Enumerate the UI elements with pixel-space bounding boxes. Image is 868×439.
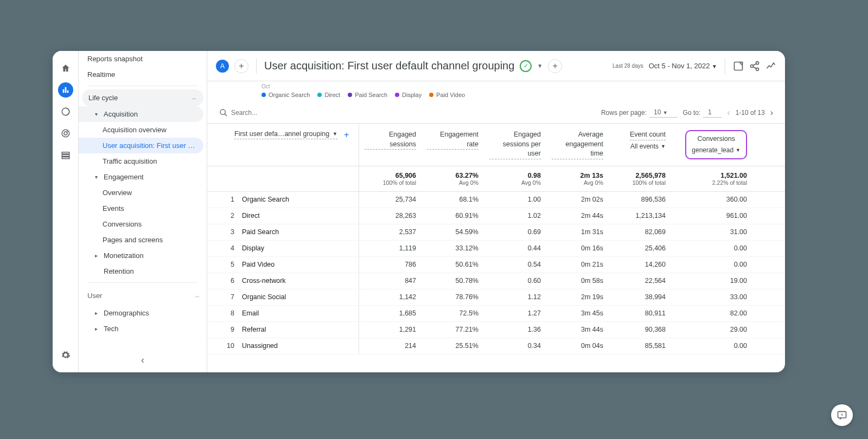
- legend-dot-icon: [395, 93, 399, 97]
- legend-item[interactable]: Organic Search: [261, 92, 310, 98]
- cell: 961.00: [671, 208, 752, 224]
- reports-icon[interactable]: [58, 82, 73, 98]
- legend-item[interactable]: Paid Video: [429, 92, 465, 98]
- event-count-filter[interactable]: All events ▼: [630, 143, 666, 150]
- sidebar-item-events[interactable]: Events: [79, 201, 207, 216]
- col-engaged-sessions[interactable]: Engaged sessions: [359, 124, 422, 166]
- sidebar-item-acquisition-overview[interactable]: Acquisition overview: [79, 122, 207, 138]
- configure-icon[interactable]: [58, 147, 73, 163]
- table-row[interactable]: 7Organic Social 1,142 78.76% 1.12 2m 19s…: [207, 289, 785, 306]
- divider: [87, 282, 198, 283]
- legend-label: Paid Video: [436, 92, 465, 98]
- insights-icon[interactable]: [765, 61, 776, 72]
- dimension-picker[interactable]: First user defa…annel grouping▼: [234, 130, 337, 139]
- legend-label: Paid Search: [355, 92, 387, 98]
- row-index: 1: [224, 196, 234, 203]
- table-row[interactable]: 1Organic Search 25,734 68.1% 1.00 2m 02s…: [207, 192, 785, 208]
- check-badge-icon[interactable]: ✓: [520, 60, 532, 72]
- sidebar-item-retention[interactable]: Retention: [79, 263, 207, 279]
- conversions-filter[interactable]: generate_lead ▼: [692, 146, 741, 154]
- col-avg-engagement-time[interactable]: Average engagement time: [546, 124, 609, 166]
- goto-page[interactable]: Go to: 1: [683, 108, 722, 118]
- sidebar-item-demographics[interactable]: ▸Demographics: [79, 305, 207, 321]
- cell: 3m 45s: [546, 306, 609, 321]
- legend-item[interactable]: Display: [395, 92, 422, 98]
- rows-per-page[interactable]: Rows per page: 10 ▼: [601, 108, 678, 118]
- add-dimension-button[interactable]: +: [344, 130, 349, 140]
- feedback-button[interactable]: [831, 404, 853, 426]
- sidebar-item-tech[interactable]: ▸Tech: [79, 321, 207, 337]
- table-row[interactable]: 9Referral 1,291 77.21% 1.36 3m 44s 90,36…: [207, 322, 785, 338]
- col-engagement-rate[interactable]: Engagement rate: [422, 124, 484, 166]
- col-event-count[interactable]: Event countAll events ▼: [609, 124, 671, 166]
- rows-per-page-label: Rows per page:: [601, 109, 647, 117]
- search-input[interactable]: [231, 109, 329, 117]
- retention-label: Retention: [104, 267, 134, 275]
- row-name: Display: [242, 244, 264, 252]
- sidebar-section-user[interactable]: User︿: [79, 286, 207, 305]
- legend-dot-icon: [317, 93, 322, 97]
- sidebar-item-acquisition[interactable]: ▾Acquisition: [79, 106, 203, 122]
- table-row[interactable]: 4Display 1,119 33.12% 0.44 0m 16s 25,406…: [207, 241, 785, 257]
- collapse-sidebar-icon[interactable]: ‹: [141, 354, 144, 366]
- chart-legend: Oct Organic SearchDirectPaid SearchDispl…: [207, 81, 785, 102]
- advertising-icon[interactable]: [58, 126, 73, 141]
- cell: 1.00: [484, 192, 546, 208]
- svg-point-10: [220, 109, 225, 114]
- cell: 72.5%: [422, 306, 484, 321]
- cell: 2m 19s: [546, 289, 609, 305]
- cell: 82,069: [609, 224, 671, 240]
- legend-label: Display: [402, 92, 422, 98]
- svg-point-7: [756, 61, 759, 64]
- customize-report-icon[interactable]: [733, 61, 744, 72]
- table-search[interactable]: [219, 108, 339, 117]
- sidebar-item-conversions[interactable]: Conversions: [79, 216, 207, 232]
- gear-icon[interactable]: [58, 347, 73, 363]
- sidebar-item-engagement-overview[interactable]: Overview: [79, 185, 207, 201]
- sidebar-section-life-cycle[interactable]: Life cycle︿: [82, 89, 203, 106]
- cell: 896,536: [609, 192, 671, 208]
- table-header: First user defa…annel grouping▼ + Engage…: [207, 124, 785, 166]
- sidebar-item-engagement[interactable]: ▾Engagement: [79, 169, 207, 185]
- share-icon[interactable]: [749, 61, 760, 72]
- col-conversions[interactable]: Conversions generate_lead ▼: [671, 124, 752, 166]
- avatar[interactable]: A: [216, 60, 229, 73]
- main-content: A + User acquisition: First user default…: [207, 51, 785, 372]
- cell: 19.00: [671, 273, 752, 289]
- sidebar-item-reports-snapshot[interactable]: Reports snapshot: [79, 51, 207, 67]
- sidebar-item-traffic-acquisition[interactable]: Traffic acquisition: [79, 153, 207, 169]
- svg-point-1: [62, 130, 69, 137]
- table-row[interactable]: 10Unassigned 214 25.51% 0.34 0m 04s 85,5…: [207, 338, 785, 354]
- table-row[interactable]: 5Paid Video 786 50.61% 0.54 0m 21s 14,26…: [207, 257, 785, 273]
- legend-dot-icon: [261, 93, 266, 97]
- explore-icon[interactable]: [58, 104, 73, 119]
- sidebar-item-monetization[interactable]: ▸Monetization: [79, 248, 207, 263]
- home-icon[interactable]: [58, 61, 73, 76]
- legend-label: Organic Search: [269, 92, 310, 98]
- legend-item[interactable]: Direct: [317, 92, 340, 98]
- user-label: User: [87, 292, 102, 300]
- legend-item[interactable]: Paid Search: [348, 92, 387, 98]
- next-page-icon[interactable]: ›: [770, 108, 773, 118]
- row-name: Organic Search: [242, 196, 289, 203]
- cell: 1.12: [484, 289, 546, 305]
- table-row[interactable]: 3Paid Search 2,537 54.59% 0.69 1m 31s 82…: [207, 224, 785, 241]
- sidebar-item-user-acquisition[interactable]: User acquisition: First user …: [79, 138, 203, 153]
- table-row[interactable]: 2Direct 28,263 60.91% 1.02 2m 44s 1,213,…: [207, 208, 785, 224]
- date-range-picker[interactable]: Oct 5 - Nov 1, 2022 ▼: [649, 62, 717, 70]
- cell: 90,368: [609, 322, 671, 338]
- add-button[interactable]: +: [548, 59, 562, 73]
- row-index: 4: [224, 244, 234, 252]
- row-name: Cross-network: [242, 277, 286, 285]
- table-row[interactable]: 6Cross-network 847 50.78% 0.60 0m 58s 22…: [207, 273, 785, 289]
- prev-page-icon[interactable]: ‹: [727, 108, 730, 118]
- sidebar-item-realtime[interactable]: Realtime: [79, 67, 207, 82]
- sidebar-item-pages-screens[interactable]: Pages and screens: [79, 232, 207, 248]
- col-engaged-sessions-per-user[interactable]: Engaged sessions per user: [484, 124, 546, 166]
- chevron-down-icon[interactable]: ▼: [537, 63, 542, 69]
- cell: 1.02: [484, 208, 546, 224]
- row-index: 7: [224, 293, 234, 301]
- table-row[interactable]: 8Email 1,685 72.5% 1.27 3m 45s 80,911 82…: [207, 306, 785, 322]
- conversions-highlight: Conversions generate_lead ▼: [685, 130, 747, 159]
- add-comparison-button[interactable]: +: [234, 59, 248, 73]
